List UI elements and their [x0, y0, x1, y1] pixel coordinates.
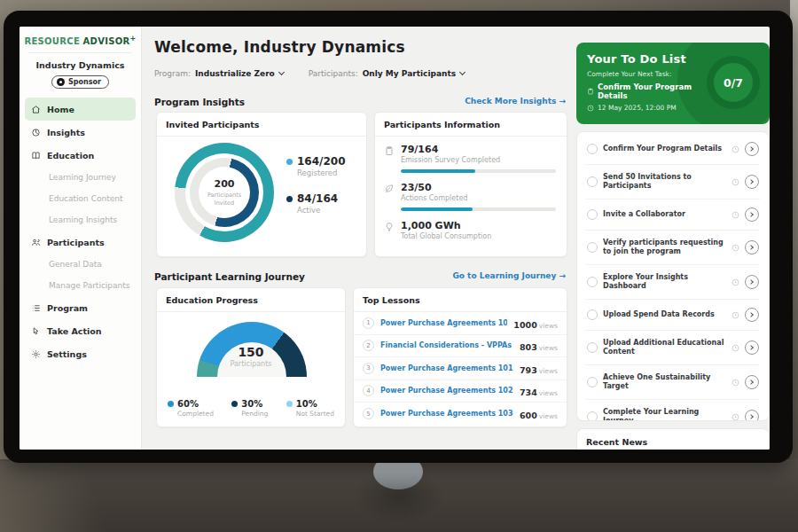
check-more-insights-link[interactable]: Check More Insights → [465, 97, 566, 106]
sidebar-item-learning-journey[interactable]: Learning Journey [20, 167, 141, 188]
emission-survey-progress [401, 169, 556, 173]
sidebar-item-participants[interactable]: Participants [20, 231, 141, 254]
sidebar: RESOURCE ADVISOR+ Industry Dynamics Spon… [20, 27, 142, 450]
todo-title: Your To Do List [587, 52, 704, 66]
task-go-button[interactable] [745, 340, 759, 355]
sidebar-item-education[interactable]: Education [20, 144, 141, 167]
registered-dot-icon [286, 159, 293, 165]
participants-filter-value: Only My Participants [363, 69, 456, 78]
lesson-row: 3 Power Purchase Agreements 101 793views [354, 357, 567, 380]
not-started-value: 10% [296, 399, 317, 409]
sidebar-item-settings[interactable]: Settings [20, 342, 141, 365]
recent-news-title: Recent News [577, 429, 769, 450]
chevron-down-icon [459, 69, 466, 75]
task-go-button[interactable] [745, 308, 759, 322]
not-started-label: Not Started [296, 410, 334, 418]
go-to-learning-journey-label: Go to Learning Journey [452, 271, 556, 280]
not-started-dot-icon [286, 401, 293, 407]
task-go-button[interactable] [745, 175, 759, 189]
list-icon [31, 303, 41, 313]
sidebar-item-education-content[interactable]: Education Content [20, 188, 141, 209]
lesson-rank: 1 [363, 317, 374, 329]
task-checkbox[interactable] [587, 242, 598, 253]
task-checkbox[interactable] [587, 209, 598, 220]
sidebar-item-label: General Data [49, 260, 102, 269]
chevron-right-icon [748, 414, 754, 419]
program-filter-label: Program: [154, 69, 191, 78]
arrow-right-icon: → [559, 271, 566, 280]
task-label: Confirm Your Program Details [603, 145, 726, 153]
task-row[interactable]: Verify participants requesting to join t… [586, 231, 760, 265]
gauge-center-text: 150 Participants [157, 345, 345, 368]
task-checkbox[interactable] [587, 411, 598, 421]
lesson-link[interactable]: Financial Considerations - VPPAs [380, 341, 513, 349]
task-checkbox[interactable] [587, 377, 598, 387]
task-go-button[interactable] [745, 375, 759, 389]
sidebar-item-label: Education [47, 151, 94, 160]
task-label: Upload Additional Educational Content [603, 339, 726, 356]
program-filter[interactable]: Program: Industrialize Zero [154, 69, 284, 78]
chevron-right-icon [748, 245, 754, 250]
sponsor-badge-label: Sponsor [68, 78, 101, 86]
task-row[interactable]: Achieve One Sustainability Target [586, 365, 760, 400]
task-label: Complete Your Learning Journey [603, 408, 726, 421]
task-row[interactable]: Explore Your Insights Dashboard [586, 265, 760, 300]
lesson-link[interactable]: Power Purchase Agreements 101 [380, 364, 513, 372]
donut-center: 200 Participants Invited [199, 167, 250, 218]
todo-hero-card: 0/7 Your To Do List Complete Your Next T… [576, 43, 770, 124]
sidebar-item-insights[interactable]: Insights [20, 121, 141, 144]
background-desk-highlight [0, 461, 133, 532]
recent-news-card: Recent News [576, 428, 770, 450]
task-row[interactable]: Confirm Your Program Details [586, 134, 760, 165]
sidebar-item-manage-participants[interactable]: Manage Participants [20, 275, 141, 296]
photo-background: RESOURCE ADVISOR+ Industry Dynamics Spon… [0, 0, 798, 532]
task-checkbox[interactable] [587, 277, 598, 287]
clock-icon [732, 311, 739, 319]
invited-participants-card: Invited Participants 200 Participants In… [156, 112, 367, 257]
task-checkbox[interactable] [587, 144, 598, 154]
pending-value: 30% [241, 399, 262, 409]
task-go-button[interactable] [745, 240, 759, 254]
legend-completed: 60% Completed [168, 399, 214, 418]
todo-next-task: Confirm Your Program Details [598, 82, 704, 100]
sidebar-item-general-data[interactable]: General Data [20, 254, 141, 275]
sidebar-item-take-action[interactable]: Take Action [20, 319, 141, 342]
book-icon [31, 151, 41, 160]
task-row[interactable]: Upload Spend Data Records [586, 300, 760, 331]
invited-participants-donut-chart: 200 Participants Invited [175, 143, 274, 242]
task-go-button[interactable] [745, 410, 759, 421]
progress-fill [401, 207, 473, 211]
consumption-label: Total Global Consumption [401, 232, 491, 240]
task-go-button[interactable] [745, 207, 759, 222]
lesson-link[interactable]: Power Purchase Agreements 102 [380, 387, 513, 395]
consumption-value: 1,000 GWh [401, 220, 491, 231]
donut-center-value: 200 [215, 178, 235, 190]
sidebar-item-program[interactable]: Program [20, 296, 141, 319]
pending-dot-icon [231, 401, 238, 407]
go-to-learning-journey-link[interactable]: Go to Learning Journey → [452, 271, 566, 280]
task-row[interactable]: Upload Additional Educational Content [586, 331, 760, 365]
task-go-button[interactable] [745, 275, 759, 289]
lesson-link[interactable]: Power Purchase Agreements 101 [380, 319, 507, 327]
active-label: Active [297, 206, 345, 215]
completed-label: Completed [177, 410, 214, 418]
sidebar-item-learning-insights[interactable]: Learning Insights [20, 209, 141, 231]
todo-subtitle: Complete Your Next Task: [587, 70, 704, 78]
sidebar-item-home[interactable]: Home [25, 98, 136, 121]
chevron-right-icon [748, 212, 754, 217]
lesson-row: 5 Power Purchase Agreements 103 600views [354, 403, 567, 426]
task-row[interactable]: Send 50 Invitations to Participants [586, 165, 760, 200]
task-go-button[interactable] [745, 142, 759, 156]
lesson-row: 4 Power Purchase Agreements 102 734views [354, 380, 567, 403]
task-row[interactable]: Complete Your Learning Journey [586, 400, 760, 421]
learning-journey-heading: Participant Learning Journey [154, 271, 305, 282]
sidebar-nav: Home Insights Education Learning Journey [20, 98, 141, 365]
task-checkbox[interactable] [587, 342, 598, 353]
sidebar-item-label: Education Content [49, 194, 122, 203]
participants-filter[interactable]: Participants: Only My Participants [309, 69, 465, 78]
task-row[interactable]: Invite a Collaborator [586, 200, 760, 231]
lesson-link[interactable]: Power Purchase Agreements 103 [380, 410, 513, 418]
task-checkbox[interactable] [587, 176, 598, 187]
task-checkbox[interactable] [587, 309, 598, 320]
take-action-icon [31, 326, 41, 336]
